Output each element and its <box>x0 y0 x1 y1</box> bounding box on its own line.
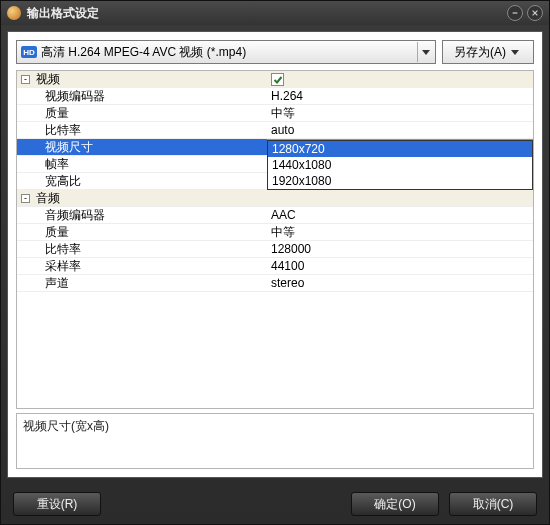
ok-button[interactable]: 确定(O) <box>351 492 439 516</box>
window-title: 输出格式设定 <box>27 5 503 22</box>
format-select[interactable]: HD 高清 H.264 MPEG-4 AVC 视频 (*.mp4) <box>16 40 436 64</box>
content-panel: HD 高清 H.264 MPEG-4 AVC 视频 (*.mp4) 另存为(A)… <box>7 31 543 478</box>
hd-icon: HD <box>21 46 37 58</box>
description-panel: 视频尺寸(宽x高) <box>16 413 534 469</box>
prop-audio-quality[interactable]: 质量中等 <box>17 224 533 241</box>
prop-audio-encoder[interactable]: 音频编码器AAC <box>17 207 533 224</box>
size-option[interactable]: 1440x1080 <box>268 157 532 173</box>
chevron-down-icon <box>417 42 433 62</box>
format-label: 高清 H.264 MPEG-4 AVC 视频 (*.mp4) <box>41 44 417 61</box>
minimize-button[interactable] <box>507 5 523 21</box>
chevron-down-icon <box>508 50 522 55</box>
footer: 重设(R) 确定(O) 取消(C) <box>1 484 549 524</box>
cancel-button[interactable]: 取消(C) <box>449 492 537 516</box>
video-size-dropdown[interactable]: 1280x720 1440x1080 1920x1080 <box>267 140 533 190</box>
collapse-icon[interactable]: - <box>21 194 30 203</box>
prop-audio-samplerate[interactable]: 采样率44100 <box>17 258 533 275</box>
titlebar: 输出格式设定 <box>1 1 549 25</box>
size-option[interactable]: 1920x1080 <box>268 173 532 189</box>
prop-video-quality[interactable]: 质量中等 <box>17 105 533 122</box>
save-as-label: 另存为(A) <box>454 44 506 61</box>
prop-audio-channels[interactable]: 声道stereo <box>17 275 533 292</box>
prop-video-bitrate[interactable]: 比特率auto <box>17 122 533 139</box>
collapse-icon[interactable]: - <box>21 75 30 84</box>
size-option[interactable]: 1280x720 <box>268 141 532 157</box>
property-grid: -视频 视频编码器H.264 质量中等 比特率auto 视频尺寸 1280x72… <box>16 70 534 409</box>
top-row: HD 高清 H.264 MPEG-4 AVC 视频 (*.mp4) 另存为(A) <box>16 40 534 64</box>
app-icon <box>7 6 21 20</box>
save-as-button[interactable]: 另存为(A) <box>442 40 534 64</box>
group-video[interactable]: -视频 <box>17 71 533 88</box>
reset-button[interactable]: 重设(R) <box>13 492 101 516</box>
output-format-dialog: 输出格式设定 HD 高清 H.264 MPEG-4 AVC 视频 (*.mp4)… <box>0 0 550 525</box>
prop-audio-bitrate[interactable]: 比特率128000 <box>17 241 533 258</box>
prop-video-encoder[interactable]: 视频编码器H.264 <box>17 88 533 105</box>
video-enable-checkbox[interactable] <box>271 73 284 86</box>
close-button[interactable] <box>527 5 543 21</box>
group-audio[interactable]: -音频 <box>17 190 533 207</box>
